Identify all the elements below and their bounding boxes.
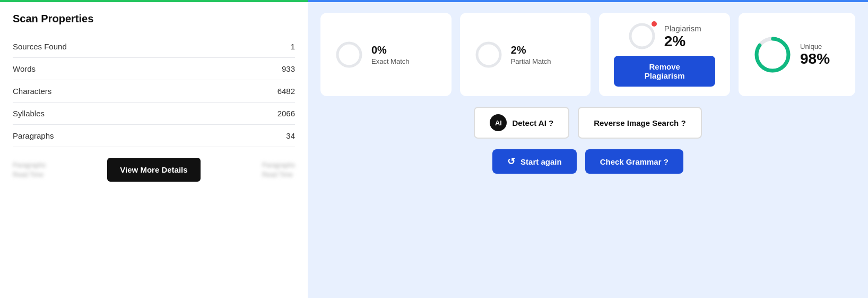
words-row: Words 933 [13, 58, 295, 80]
paragraphs-value: 34 [286, 131, 295, 140]
scan-properties-title: Scan Properties [13, 13, 295, 25]
action-row-1: AI Detect AI ? Reverse Image Search ? [320, 107, 855, 139]
unique-ring [753, 36, 792, 74]
detect-ai-label: Detect AI ? [512, 118, 553, 127]
exact-match-ring [335, 41, 363, 69]
paragraphs-label: Paragraphs [13, 131, 54, 140]
unique-percent: 98% [800, 50, 830, 67]
blurred-right: ParagraphsRead Time [262, 160, 295, 180]
syllables-label: Syllables [13, 109, 45, 118]
svg-point-0 [337, 43, 361, 66]
plagiarism-ring [628, 22, 656, 50]
paragraphs-row: Paragraphs 34 [13, 125, 295, 147]
reverse-image-search-button[interactable]: Reverse Image Search ? [578, 107, 701, 139]
unique-card: Unique 98% [739, 13, 855, 96]
remove-plagiarism-button[interactable]: Remove Plagiarism [614, 56, 715, 87]
refresh-icon: ↺ [507, 156, 515, 167]
partial-match-card: 2% Partial Match [460, 13, 591, 96]
syllables-value: 2066 [277, 109, 295, 118]
partial-match-percent: 2% [511, 44, 551, 56]
start-again-button[interactable]: ↺ Start again [492, 149, 577, 174]
sources-found-value: 1 [291, 42, 295, 51]
plagiarism-percent: 2% [664, 33, 701, 50]
sources-found-label: Sources Found [13, 42, 67, 51]
sources-found-row: Sources Found 1 [13, 36, 295, 58]
detect-ai-button[interactable]: AI Detect AI ? [474, 107, 569, 139]
view-more-button[interactable]: View More Details [107, 158, 200, 182]
blurred-left: ParagraphsRead Time [13, 160, 46, 180]
partial-match-label: Partial Match [511, 57, 551, 65]
svg-point-1 [477, 43, 500, 66]
plagiarism-card: Plagiarism 2% Remove Plagiarism [599, 13, 730, 96]
partial-match-ring [475, 41, 502, 69]
characters-label: Characters [13, 87, 51, 96]
action-row-2: ↺ Start again Check Grammar ? [320, 149, 855, 174]
exact-match-percent: 0% [371, 44, 410, 56]
svg-point-2 [630, 24, 654, 48]
left-panel: Scan Properties Sources Found 1 Words 93… [0, 0, 308, 298]
characters-row: Characters 6482 [13, 80, 295, 103]
right-panel: 0% Exact Match 2% Partial Match [308, 0, 868, 298]
start-again-label: Start again [520, 157, 562, 166]
words-label: Words [13, 64, 36, 73]
exact-match-label: Exact Match [371, 57, 410, 65]
ai-icon: AI [490, 114, 507, 131]
stats-row: 0% Exact Match 2% Partial Match [320, 13, 855, 96]
unique-label: Unique [800, 42, 830, 50]
syllables-row: Syllables 2066 [13, 103, 295, 125]
plagiarism-label: Plagiarism [664, 24, 701, 33]
characters-value: 6482 [277, 87, 295, 96]
check-grammar-button[interactable]: Check Grammar ? [585, 149, 683, 174]
exact-match-card: 0% Exact Match [320, 13, 452, 96]
words-value: 933 [282, 64, 295, 73]
